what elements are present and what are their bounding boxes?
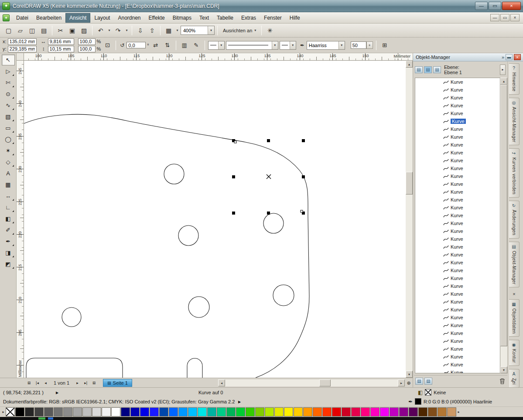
- vertical-ruler[interactable]: Millimeter 245240235230225220215210205: [17, 61, 24, 378]
- docker-tabs-more-button[interactable]: »: [511, 378, 513, 383]
- menu-item-hilfe[interactable]: Hilfe: [286, 13, 304, 23]
- color-swatch[interactable]: [380, 407, 389, 417]
- chevron-down-icon[interactable]: ▾: [290, 41, 296, 49]
- menu-item-anordnen[interactable]: Anordnen: [114, 13, 144, 23]
- color-swatch[interactable]: [418, 407, 427, 417]
- color-swatch[interactable]: [294, 407, 303, 417]
- color-swatch[interactable]: [438, 407, 447, 417]
- title-bar[interactable]: ✦ CorelDRAW X5 (Keine kommerzielle Nutzu…: [0, 0, 523, 12]
- options-button[interactable]: ✳: [264, 25, 275, 36]
- object-item[interactable]: Kurve: [415, 212, 500, 219]
- color-swatch[interactable]: [121, 407, 130, 417]
- import-button[interactable]: ⇩: [135, 25, 146, 36]
- menu-item-text[interactable]: Text: [195, 13, 213, 23]
- print-button[interactable]: ▤: [38, 25, 49, 36]
- object-item[interactable]: Kurve: [415, 219, 500, 227]
- redo-flyout-button[interactable]: ▾: [124, 25, 129, 36]
- color-swatch[interactable]: [54, 407, 63, 417]
- tab-objektdaten[interactable]: ▦Objektdaten: [509, 299, 520, 337]
- object-item[interactable]: Kurve: [415, 180, 500, 188]
- object-item[interactable]: Kurve: [415, 133, 500, 141]
- snap-options-button[interactable]: ⊞: [379, 40, 390, 51]
- object-item[interactable]: Kurve: [415, 157, 500, 164]
- color-swatch[interactable]: [82, 407, 92, 417]
- object-item[interactable]: Kurve: [415, 369, 500, 373]
- tab-hinweise[interactable]: ?Hinweise: [509, 63, 520, 95]
- color-swatch[interactable]: [265, 407, 274, 417]
- object-item[interactable]: Kurve: [415, 345, 500, 353]
- mdi-minimize-button[interactable]: —: [490, 14, 499, 21]
- menu-item-effekte[interactable]: Effekte: [145, 13, 169, 23]
- color-swatch[interactable]: [178, 407, 188, 417]
- object-item[interactable]: Kurve: [415, 353, 500, 361]
- object-item[interactable]: Kurve: [415, 196, 500, 204]
- save-button[interactable]: ◫: [27, 25, 38, 36]
- text-tool[interactable]: A: [2, 168, 15, 179]
- maximize-button[interactable]: ▭: [489, 2, 501, 10]
- application-launcher-button[interactable]: ▦: [163, 25, 174, 36]
- export-button[interactable]: ⇧: [147, 25, 157, 36]
- chevron-down-icon[interactable]: ▾: [218, 41, 224, 49]
- object-item[interactable]: Kurve: [415, 204, 500, 212]
- object-item[interactable]: Kurve: [415, 86, 500, 94]
- wrap-paragraph-text-button[interactable]: ▥: [179, 40, 190, 51]
- scrollbar-thumb[interactable]: [319, 379, 331, 386]
- scale-y-input[interactable]: [78, 46, 96, 52]
- scroll-left-button[interactable]: ◂: [218, 379, 225, 386]
- basic-shapes-tool[interactable]: ◇: [2, 157, 15, 167]
- cut-button[interactable]: ✂: [55, 25, 66, 36]
- object-item[interactable]: Kurve: [415, 266, 500, 274]
- page-tab-seite-1[interactable]: ▤ Seite 1: [103, 379, 132, 387]
- corner-radius-input[interactable]: [351, 41, 366, 49]
- tab-kurven-verbinden[interactable]: ↪Kurven verbinden: [509, 148, 520, 198]
- color-swatch[interactable]: [226, 407, 236, 417]
- object-item[interactable]: Kurve: [415, 227, 500, 235]
- color-swatch[interactable]: [92, 407, 101, 417]
- chevron-down-icon[interactable]: ▾: [272, 41, 278, 49]
- dimension-tool[interactable]: ↔: [2, 191, 15, 201]
- color-swatch[interactable]: [130, 407, 140, 417]
- object-item[interactable]: Kurve: [415, 235, 500, 243]
- color-swatch[interactable]: [236, 407, 245, 417]
- redo-button[interactable]: ↷: [113, 25, 123, 36]
- scale-x-input[interactable]: [78, 38, 96, 45]
- snap-to-combo[interactable]: Ausrichten an▾: [220, 26, 259, 35]
- palette-scroll-right[interactable]: ▸: [457, 410, 461, 414]
- blend-tool[interactable]: ◧: [2, 213, 15, 224]
- horizontal-ruler[interactable]: Millimeter 10010511011512012513013514014…: [24, 53, 413, 61]
- color-swatch[interactable]: [409, 407, 418, 417]
- menu-item-extras[interactable]: Extras: [237, 13, 260, 23]
- object-item[interactable]: Kurve: [415, 164, 500, 172]
- ellipse-tool[interactable]: ◯: [2, 134, 15, 145]
- polygon-tool[interactable]: ✶: [2, 145, 15, 156]
- object-item[interactable]: Kurve: [415, 259, 500, 266]
- docker-close-tab-button[interactable]: ×: [510, 291, 518, 297]
- object-item[interactable]: Kurve: [415, 125, 500, 133]
- eyedropper-tool[interactable]: ✐: [2, 225, 15, 236]
- crop-tool[interactable]: ✄: [2, 77, 15, 88]
- color-swatch[interactable]: [332, 407, 341, 417]
- outline-style-select[interactable]: ▾: [226, 41, 278, 50]
- show-properties-button[interactable]: ▤: [415, 66, 423, 73]
- scroll-down-button[interactable]: ▾: [500, 366, 507, 373]
- next-page-button[interactable]: ▸: [74, 379, 81, 386]
- color-swatch[interactable]: [303, 407, 312, 417]
- object-list-scrollbar[interactable]: ▴ ▾: [500, 78, 507, 373]
- color-swatch[interactable]: [159, 407, 168, 417]
- color-swatch[interactable]: [73, 407, 82, 417]
- object-item[interactable]: Kurve: [415, 78, 500, 86]
- menu-item-ansicht[interactable]: Ansicht: [65, 13, 90, 23]
- object-width-input[interactable]: [48, 38, 74, 45]
- paste-button[interactable]: ▨: [79, 25, 89, 36]
- color-swatch[interactable]: [361, 407, 370, 417]
- ruler-corner[interactable]: [17, 53, 24, 61]
- horizontal-scrollbar[interactable]: ◂ ▸: [218, 379, 405, 386]
- start-arrowhead-select[interactable]: ▾: [208, 41, 225, 50]
- mirror-horizontal-button[interactable]: ⇄: [150, 40, 161, 51]
- object-item[interactable]: Kurve: [415, 282, 500, 290]
- rectangle-tool[interactable]: ▭: [2, 123, 15, 133]
- object-item[interactable]: Kurve: [415, 314, 500, 321]
- layer-manager-view-button[interactable]: ▤: [433, 66, 441, 73]
- menu-item-datei[interactable]: Datei: [12, 13, 32, 23]
- color-swatch[interactable]: [188, 407, 197, 417]
